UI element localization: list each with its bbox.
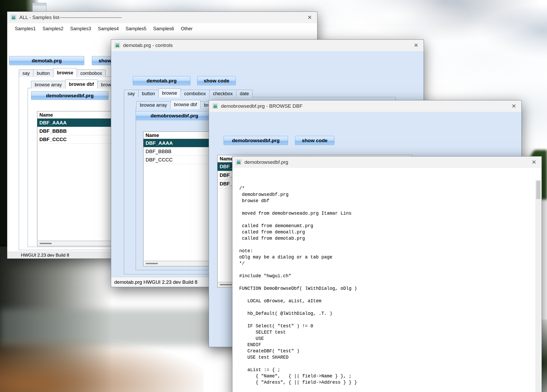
- window-code-viewer: demobrowsedbf.prg ✕ /* demobrowsedbf.prg…: [232, 156, 542, 392]
- scrollbar-thumb[interactable]: [40, 243, 52, 244]
- scrollbar-thumb[interactable]: [146, 263, 158, 264]
- menu-samples2[interactable]: Samples2: [39, 26, 67, 32]
- menu-other[interactable]: Other: [177, 26, 196, 32]
- titlebar[interactable]: demobrowsedbf.prg ✕: [232, 156, 542, 168]
- code-line: [239, 360, 535, 367]
- close-icon[interactable]: ✕: [408, 40, 424, 51]
- code-line: [239, 279, 535, 285]
- code-line: ENDIF: [239, 342, 535, 348]
- demotab-prg-button[interactable]: demotab.prg: [133, 76, 190, 85]
- code-line: [239, 216, 535, 223]
- demobrowsedbf-prg-button[interactable]: demobrowsedbf.prg: [136, 111, 213, 120]
- code-line: moved from demobrowseado.prg Itamar Lins: [239, 210, 535, 216]
- tab-say[interactable]: say: [124, 90, 139, 97]
- tab-checkbox[interactable]: checkbox: [209, 90, 236, 97]
- code-line: { "Name", { || field->Name } }, ;: [239, 373, 535, 379]
- app-icon: [236, 160, 241, 165]
- code-line: hb_Default( @lWithDialog, .T. ): [239, 310, 535, 317]
- tab-button[interactable]: button: [33, 69, 53, 77]
- code-line: [239, 242, 535, 248]
- menu-samples6[interactable]: Samples6: [150, 26, 177, 32]
- window-client: /* demobrowsedbf.prg browse dbf moved fr…: [232, 168, 542, 392]
- demobrowsedbf-prg-button[interactable]: demobrowsedbf.prg: [224, 136, 288, 145]
- code-line: SELECT test: [239, 329, 535, 335]
- column-header-name[interactable]: Name: [37, 111, 55, 118]
- show-code-button[interactable]: show code: [295, 136, 334, 145]
- tab-combobox[interactable]: combobox: [77, 69, 106, 77]
- tab-say[interactable]: say: [19, 69, 33, 77]
- menubar: Samples1 Samples2 Samples3 Samples4 Samp…: [7, 23, 317, 34]
- code-line: CreateDBF( "test" ): [239, 348, 535, 354]
- code-line: { "Adress", { || field->Address } } }: [239, 379, 535, 385]
- desktop: ALL - Samples list----------------------…: [0, 0, 547, 392]
- code-line: oDlg may be a dialog or a tab page: [239, 254, 535, 260]
- menu-samples5[interactable]: Samples5: [122, 26, 150, 32]
- tab-browse-array[interactable]: browse array: [31, 81, 65, 88]
- code-line: LOCAL oBrowse, aList, aItem: [239, 298, 535, 304]
- app-icon: [11, 15, 16, 20]
- code-line: [239, 267, 535, 273]
- status-text: demotab.prg HWGUI 2.23 dev Build 8: [114, 279, 197, 285]
- close-icon[interactable]: ✕: [506, 100, 521, 112]
- code-line: #include "hwgui.ch": [239, 273, 535, 279]
- menu-samples3[interactable]: Samples3: [67, 26, 94, 32]
- code-line: /*: [239, 185, 535, 191]
- tab-browse-dbf[interactable]: browse dbf: [65, 80, 98, 89]
- code-line: browse dbf: [239, 198, 535, 204]
- code-line: [239, 304, 535, 310]
- code-line: called from demomenumt.prg: [239, 223, 535, 229]
- status-text: HWGUI 2.23 dev Build 8: [21, 253, 69, 258]
- code-line: note:: [239, 248, 535, 254]
- window-title: ALL - Samples list----------------------…: [19, 15, 122, 20]
- code-view[interactable]: /* demobrowsedbf.prg browse dbf moved fr…: [233, 179, 535, 392]
- tab-browse[interactable]: browse: [158, 88, 181, 98]
- code-line: */: [239, 260, 535, 267]
- tab-combobox[interactable]: combobox: [181, 90, 209, 97]
- code-line: aList := { ;: [239, 367, 535, 373]
- window-title: demobrowsedbf.prg: [244, 159, 288, 165]
- app-icon: [115, 43, 120, 48]
- scrollbar-thumb[interactable]: [220, 284, 232, 285]
- code-line: [239, 385, 535, 392]
- tab-browse-dbf[interactable]: browse dbf: [170, 100, 201, 109]
- code-line: USE test SHARED: [239, 354, 535, 360]
- tab-date[interactable]: date: [236, 90, 253, 97]
- tab-button[interactable]: button: [138, 90, 159, 97]
- tab-browse-array[interactable]: browse array: [136, 101, 171, 109]
- app-icon: [213, 104, 218, 109]
- titlebar[interactable]: ALL - Samples list----------------------…: [7, 12, 317, 23]
- close-icon[interactable]: ✕: [302, 12, 317, 23]
- code-line: [239, 317, 535, 323]
- tab-browse[interactable]: browse: [53, 68, 77, 77]
- tabbar-controls: say button browse combobox: [19, 68, 105, 77]
- code-line: demobrowsedbf.prg: [239, 191, 535, 198]
- code-line: IF Select( "test" ) != 0: [239, 323, 535, 329]
- titlebar[interactable]: demobrowsedbf.prg - BROWSE DBF ✕: [209, 100, 521, 112]
- code-line: called from demotab.prg: [239, 235, 535, 242]
- tabbar-controls: say button browse combobox checkbox date: [124, 88, 252, 97]
- code-line: [239, 204, 535, 210]
- demobrowsedbf-prg-button[interactable]: demobrowsedbf.prg: [31, 91, 109, 100]
- window-title: demobrowsedbf.prg - BROWSE DBF: [221, 103, 303, 109]
- menu-samples1[interactable]: Samples1: [11, 26, 39, 32]
- vertical-scrollbar[interactable]: [536, 180, 541, 392]
- demotab-prg-button[interactable]: demotab.prg: [9, 56, 84, 65]
- background-water-reflection: [0, 245, 112, 392]
- close-icon[interactable]: ✕: [526, 156, 542, 168]
- code-line: FUNCTION DemoBrowseDbf( lWithDialog, oDl…: [239, 285, 535, 292]
- code-line: called from demoall.prg: [239, 229, 535, 235]
- background-shore: [0, 338, 203, 392]
- titlebar[interactable]: demotab.prg - controls ✕: [111, 40, 424, 51]
- scrollbar-thumb[interactable]: [536, 181, 540, 199]
- show-code-button[interactable]: show code: [197, 76, 236, 85]
- column-header-name[interactable]: Name: [143, 132, 161, 139]
- menu-samples4[interactable]: Samples4: [94, 26, 122, 32]
- window-title: demotab.prg - controls: [123, 43, 173, 48]
- code-line: [239, 292, 535, 298]
- code-line: USE: [239, 335, 535, 342]
